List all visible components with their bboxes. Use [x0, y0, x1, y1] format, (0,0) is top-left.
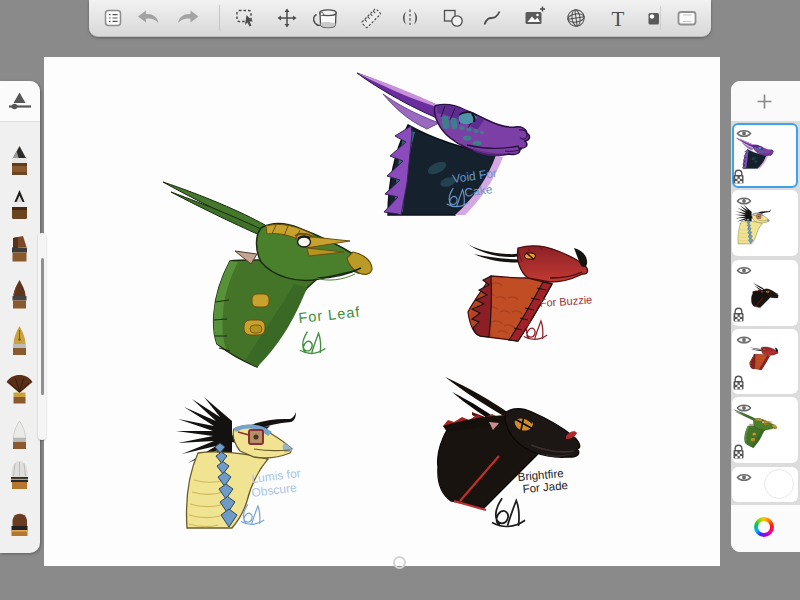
svg-text:For Leaf: For Leaf [298, 304, 361, 326]
svg-text:Cake: Cake [463, 182, 493, 200]
svg-text:For Buzzie: For Buzzie [539, 293, 592, 309]
svg-text:For Jade: For Jade [522, 479, 568, 495]
